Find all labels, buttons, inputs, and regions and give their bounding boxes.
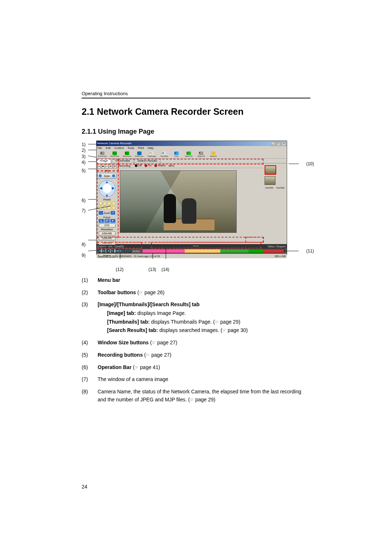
rewind-button[interactable]: ◀◀ <box>102 249 106 253</box>
menu-help[interactable]: Help <box>148 146 154 150</box>
callout-3: 3) <box>82 154 86 159</box>
toolbar-search[interactable]: 🔍Search <box>208 151 219 157</box>
winsize-4[interactable]: ⊕ <box>109 164 113 169</box>
motion-label-bottom: Motion <box>132 250 140 252</box>
callout-5: 5) <box>82 168 86 173</box>
callout-7: 7) <box>82 208 86 213</box>
winsize-1[interactable]: ⇔ <box>97 164 101 169</box>
zoom-in-button[interactable]: + <box>111 211 115 215</box>
toolbar-stopall[interactable]: ■Stop All <box>196 151 206 157</box>
see-icon: ☞ <box>222 327 226 334</box>
toolbar-newcam[interactable]: ✚NewCam <box>122 151 132 157</box>
toolbar-editcam[interactable]: ✎EditCam <box>134 151 144 157</box>
motion-rec-label[interactable]: Motion <box>158 164 166 167</box>
thumb-cam001-icon[interactable] <box>265 165 276 175</box>
preset-3[interactable] <box>107 202 111 205</box>
menu-control[interactable]: Control <box>114 146 124 150</box>
callout-4: 4) <box>82 160 86 165</box>
skip-end-button[interactable]: ▶| <box>119 249 123 253</box>
on-icon <box>144 164 147 167</box>
res-160[interactable]: 160x120 <box>99 241 115 245</box>
off-label[interactable]: Off <box>138 164 142 167</box>
legend-5-page: page 27) <box>150 352 171 358</box>
preset-4[interactable] <box>112 202 115 205</box>
toolbar-live[interactable]: ◉Live <box>171 151 181 157</box>
see-icon: ☞ <box>139 289 143 296</box>
callout-6: 6) <box>82 198 86 203</box>
winsize-2[interactable]: ■ <box>101 164 105 169</box>
legend-2-page: page 26) <box>143 289 164 295</box>
preset-2[interactable] <box>103 202 107 205</box>
toolbar-nextcam[interactable]: ▶NextCam <box>110 151 120 157</box>
zoom-label: Zoom <box>104 212 110 214</box>
step-fwd-button[interactable]: ▶▶ <box>115 249 119 253</box>
camera-list: Cam001 Cam002 <box>264 163 287 244</box>
preset-8[interactable] <box>112 206 115 210</box>
ptz-right-icon[interactable]: ▶ <box>112 186 115 190</box>
maximize-button[interactable]: □ <box>276 142 281 146</box>
winsize-5[interactable]: ⊞ <box>113 164 117 169</box>
section-title: 2.1 Network Camera Recorder Screen <box>82 106 310 117</box>
toolbar-toppage[interactable]: ▭TopPage <box>147 151 157 157</box>
record-stop-icon[interactable] <box>112 174 115 177</box>
legend-1: (1) Menu bar <box>82 276 310 284</box>
scene-person-1 <box>164 194 176 223</box>
timeline[interactable] <box>142 249 285 253</box>
mpg-label[interactable]: MPG <box>168 165 174 167</box>
preset-5[interactable] <box>99 206 102 210</box>
pause-button[interactable]: ⏸ <box>124 249 127 253</box>
ptz-down-icon[interactable]: ▼ <box>105 194 109 198</box>
see-icon: ☞ <box>215 319 219 325</box>
svg-line-2 <box>88 156 96 157</box>
tab-image[interactable]: Image <box>97 159 111 163</box>
res-640[interactable]: 640x480 <box>99 231 115 235</box>
tab-search[interactable]: Search Results <box>134 159 160 163</box>
tab-thumbnails[interactable]: Thumbnails <box>112 159 133 163</box>
legend-3-sub2-title: [Thumbnails] tab: <box>107 319 150 325</box>
std-button[interactable]: STD <box>99 223 115 227</box>
focus-auto-button[interactable]: AF <box>105 219 110 223</box>
zoom-out-button[interactable]: - <box>99 211 103 215</box>
legend-6: (6) Operation Bar (☞ page 41) <box>82 364 310 372</box>
preset-1[interactable] <box>99 202 102 205</box>
menu-tools[interactable]: Tools <box>127 146 134 150</box>
menu-file[interactable]: File <box>97 146 102 150</box>
status-line: Current: cam : Cam001 ****** Status: Sto… <box>97 244 287 248</box>
callouts-left: 1) 2) 3) 4) 5) 6) 7) 8) 9) <box>82 142 86 258</box>
callout-12: (12) <box>116 267 123 272</box>
preset-6[interactable] <box>103 206 107 210</box>
focus-far-button[interactable]: ▼ <box>110 219 115 223</box>
minimize-button[interactable]: _ <box>271 142 275 146</box>
ptz-wheel[interactable]: ▲ ▼ ◀ ▶ <box>99 180 115 197</box>
toolbar-startall[interactable]: ▶Start All <box>184 151 194 157</box>
winsize-3[interactable]: × <box>105 164 109 169</box>
legend-8-num: (8) <box>82 388 98 404</box>
app-title: Network Camera Recorder <box>97 141 132 146</box>
focus-near-button[interactable]: ▲ <box>99 219 104 223</box>
thumb-cam001-label: Cam001 <box>264 187 274 189</box>
motion-icon <box>154 164 157 167</box>
toolbar-cambar[interactable]: ▥CamBar <box>159 151 169 157</box>
on-label[interactable]: On <box>148 164 151 167</box>
recording-buttons: Scan <box>97 173 117 179</box>
play-button[interactable]: ▶ <box>111 249 114 253</box>
current-camera: Current: cam : Cam001 <box>98 245 124 248</box>
legend-3-title: [Image]/[Thumbnails]/[Search Results] ta… <box>98 301 200 307</box>
legend-2: (2) Toolbar buttons (☞ page 26) <box>82 289 310 297</box>
menu-print[interactable]: Print <box>138 146 144 150</box>
menu-edit[interactable]: Edit <box>106 146 111 150</box>
callout-8: 8) <box>82 242 86 247</box>
record-start-icon[interactable] <box>99 174 102 177</box>
thumb-cam002-icon[interactable] <box>265 176 275 185</box>
close-button[interactable]: × <box>282 142 286 146</box>
skip-start-button[interactable]: |◀ <box>98 249 101 253</box>
ptz-left-icon[interactable]: ◀ <box>99 186 102 190</box>
legend-7-num: (7) <box>82 376 98 384</box>
step-back-button[interactable]: ◀ <box>106 249 110 253</box>
preset-7[interactable] <box>107 206 111 210</box>
callout-11: (11) <box>306 248 314 254</box>
toolbar-prevcam[interactable]: ◀PrevCam <box>97 151 107 157</box>
ptz-up-icon[interactable]: ▲ <box>105 180 109 184</box>
res-320[interactable]: 320x240 <box>99 236 115 240</box>
loop-button[interactable]: ⟳ <box>128 249 132 253</box>
